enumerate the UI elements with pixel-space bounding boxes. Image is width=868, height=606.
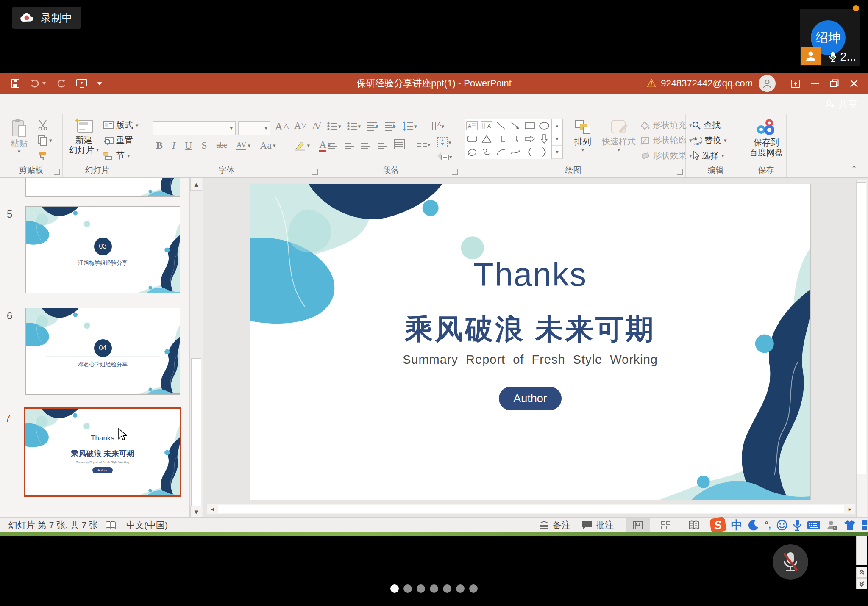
clear-formatting-button[interactable]: A̸ <box>312 120 319 132</box>
shrink-font-button[interactable]: A˅ <box>294 120 307 131</box>
ribbon-display-options-button[interactable] <box>786 73 805 94</box>
replace-button[interactable]: abac 替换▾ <box>692 135 727 146</box>
ime-punct-toggle[interactable]: °, <box>765 520 771 531</box>
collapse-ribbon-button[interactable]: ⌃ <box>851 164 857 173</box>
drawing-dialog-launcher[interactable] <box>677 169 683 175</box>
bullets-button[interactable]: ▾ <box>327 121 341 132</box>
account-avatar[interactable] <box>759 75 776 92</box>
shape-outline-button[interactable]: 形状轮廓▾ <box>641 135 692 146</box>
right-brace-shape-icon[interactable] <box>541 147 548 157</box>
increase-indent-button[interactable] <box>384 121 396 132</box>
start-slideshow-icon[interactable] <box>76 78 88 89</box>
shape-fill-button[interactable]: 形状填充▾ <box>641 119 692 131</box>
align-left-button[interactable] <box>327 139 338 150</box>
slide-title-text[interactable]: Thanks <box>250 255 810 294</box>
numbering-button[interactable]: ▾ <box>347 121 361 132</box>
ime-voice-icon[interactable] <box>793 519 801 531</box>
normal-view-button[interactable] <box>626 518 650 532</box>
grow-font-button[interactable]: A˄ <box>275 120 289 133</box>
elbow-connector-icon[interactable] <box>496 134 506 144</box>
participant-tile[interactable]: 绍坤 2... <box>800 9 860 66</box>
font-name-combo[interactable]: ▾ <box>153 121 236 135</box>
editor-vscrollbar[interactable] <box>856 180 867 565</box>
previous-slide-button[interactable] <box>856 567 867 578</box>
ime-skin-icon[interactable] <box>843 520 856 531</box>
right-arrow-shape-icon[interactable] <box>524 134 535 144</box>
section-button[interactable]: 节▾ <box>103 150 130 161</box>
share-button[interactable]: 共享 <box>825 94 858 114</box>
down-arrow-shape-icon[interactable] <box>540 134 549 144</box>
slide-thumbnail-4-partial[interactable] <box>25 178 181 198</box>
slide-canvas[interactable]: Thanks 乘风破浪 未来可期 Summary Report of Fresh… <box>250 184 810 500</box>
highlight-color-button[interactable]: ▾ <box>295 140 310 151</box>
line-shape-icon[interactable] <box>496 121 506 130</box>
font-size-combo[interactable]: ▾ <box>238 121 270 135</box>
sogou-logo[interactable]: S <box>709 517 726 534</box>
oval-shape-icon[interactable] <box>539 121 550 130</box>
paste-button[interactable]: 粘贴▾ <box>6 119 32 155</box>
restore-button[interactable] <box>825 73 844 94</box>
justify-button[interactable] <box>377 139 388 150</box>
curve-shape-icon[interactable] <box>510 147 521 157</box>
convert-smartart-button[interactable]: ▾ <box>437 152 452 162</box>
paragraph-dialog-launcher[interactable] <box>452 169 458 175</box>
next-slide-button[interactable] <box>856 578 867 589</box>
elbow-arrow-connector-icon[interactable] <box>510 134 520 144</box>
page-dot[interactable] <box>403 584 412 593</box>
account-email[interactable]: 9248372442@qq.com <box>661 78 753 89</box>
shapes-scroll-up[interactable]: ▴ <box>552 119 562 132</box>
change-case-button[interactable]: Aa▾ <box>260 140 276 151</box>
arrow-shape-icon[interactable] <box>510 121 520 130</box>
line-spacing-button[interactable]: ▾ <box>402 121 417 132</box>
ime-moon-icon[interactable] <box>748 520 759 531</box>
arc-shape-icon[interactable] <box>496 147 506 157</box>
cut-button[interactable] <box>37 119 48 130</box>
new-slide-button[interactable]: 新建 幻灯片▾ <box>66 118 102 155</box>
scribble-shape-icon[interactable] <box>481 147 492 157</box>
bold-button[interactable]: B <box>156 140 163 151</box>
text-direction-button[interactable]: A▾ <box>430 120 445 132</box>
reading-view-button[interactable] <box>682 518 706 532</box>
align-center-button[interactable] <box>344 139 355 150</box>
redo-icon[interactable] <box>56 79 67 88</box>
ime-toolbox-icon[interactable] <box>862 519 868 531</box>
page-dot[interactable] <box>390 584 399 593</box>
editor-vscrollbar-thumb[interactable] <box>857 182 866 474</box>
ime-keyboard-icon[interactable] <box>807 520 821 530</box>
arrange-button[interactable]: 排列▾ <box>568 119 598 153</box>
shapes-gallery[interactable]: A A <box>465 119 552 159</box>
slide-thumbnail-6[interactable]: 04 邓茗心学姐经验分享 <box>25 308 180 395</box>
slide-thumbnail-7-selected[interactable]: Thanks 乘风破浪 未来可期 Summary Report of Fresh… <box>24 407 181 497</box>
notes-button[interactable]: 备注 <box>539 518 570 532</box>
columns-button[interactable]: ▾ <box>417 139 431 150</box>
slide-subtitle-text[interactable]: Summary Report of Fresh Style Working <box>250 353 810 367</box>
editor-hscrollbar[interactable]: ◂ ▸ <box>207 504 855 514</box>
rounded-rect-shape-icon[interactable] <box>467 134 478 144</box>
rectangle-shape-icon[interactable] <box>524 121 535 130</box>
freeform-shape-icon[interactable] <box>467 147 478 157</box>
page-dot[interactable] <box>469 584 478 593</box>
minimize-button[interactable] <box>805 73 825 94</box>
ime-account-icon[interactable]: 5 <box>826 519 838 531</box>
thumb-scroll-down-button[interactable]: ▼ <box>190 506 202 517</box>
triangle-shape-icon[interactable] <box>481 134 492 144</box>
shapes-more-button[interactable]: ▾ <box>552 146 562 159</box>
mute-microphone-button[interactable] <box>773 544 808 580</box>
spellcheck-icon[interactable] <box>105 518 116 532</box>
decrease-indent-button[interactable] <box>367 121 378 132</box>
undo-button[interactable] <box>30 79 46 88</box>
save-icon[interactable] <box>10 78 20 89</box>
quick-styles-button[interactable]: 快速样式▾ <box>599 119 638 153</box>
align-right-button[interactable] <box>360 139 371 150</box>
hscroll-right-button[interactable]: ▸ <box>845 504 855 514</box>
reset-button[interactable]: 重置 <box>103 135 133 146</box>
find-button[interactable]: 查找 <box>692 119 721 131</box>
hscroll-left-button[interactable]: ◂ <box>207 504 217 514</box>
distributed-button[interactable] <box>393 139 405 150</box>
comments-button[interactable]: 批注 <box>581 518 614 532</box>
format-painter-button[interactable] <box>37 151 48 162</box>
page-dot[interactable] <box>430 584 438 593</box>
slide-headline-text[interactable]: 乘风破浪 未来可期 <box>250 310 810 349</box>
textbox-shape-icon[interactable]: A <box>466 121 478 130</box>
slide-thumbnail-5[interactable]: 03 汪旭梅学姐经验分享 <box>25 206 180 293</box>
